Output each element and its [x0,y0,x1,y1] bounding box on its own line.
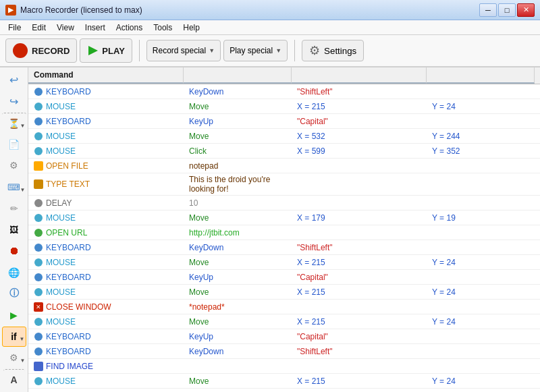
play-special-chevron: ▼ [275,47,281,54]
play-special-label: Play special [230,46,273,55]
table-row[interactable]: MOUSE Move X = 215 Y = 24 [28,285,540,300]
sidebar: ↩ ↪ ⏳▼ 📄 ⚙ ⌨▼ ✏ 🖼 ⏺ 🌐 ⓘ ▶ if▼ ⚙▼ A [0,67,28,392]
table-row[interactable]: DELAY 10 [28,196,540,211]
sidebar-item-record[interactable]: ⏺ [3,241,25,261]
main-area: ↩ ↪ ⏳▼ 📄 ⚙ ⌨▼ ✏ 🖼 ⏺ 🌐 ⓘ ▶ if▼ ⚙▼ A Comma… [0,67,540,392]
menu-tools[interactable]: Tools [148,20,178,35]
settings-label: Settings [324,46,356,56]
sidebar-item-gear[interactable]: ⚙ [3,156,25,176]
sidebar-item-undo[interactable]: ↩ [3,70,25,90]
minimize-button[interactable]: ─ [479,3,497,17]
command-table[interactable]: Command KEYBOARD KeyDown "ShiftLeft" MOU… [28,67,540,392]
table-row[interactable]: MOUSE Move X = 215 Y = 24 [28,255,540,270]
play-special-button[interactable]: Play special ▼ [223,40,288,61]
menu-actions[interactable]: Actions [111,20,148,35]
window-title: Macro Recorder (licensed to max) [20,5,142,15]
header-action [184,67,292,84]
sidebar-item-redo[interactable]: ↪ [3,92,25,112]
table-row[interactable]: KEYBOARD KeyUp "Capital" [28,329,540,344]
table-row[interactable]: MOUSE Click X = 599 Y = 352 [28,144,540,159]
menu-help[interactable]: Help [178,20,205,35]
record-special-button[interactable]: Record special ▼ [146,40,221,61]
table-row[interactable]: KEYBOARD KeyUp "Capital" [28,114,540,129]
play-icon [88,46,98,55]
sidebar-item-actions[interactable]: ⚙▼ [2,348,26,368]
table-row[interactable]: ✕CLOSE WINDOW *notepad* [28,300,540,314]
menu-bar: File Edit View Insert Actions Tools Help [0,20,540,35]
record-button[interactable]: RECORD [5,38,77,63]
table-row[interactable]: MOUSE Move X = 215 Y = 24 [28,314,540,329]
toolbar-separator-2 [294,40,295,61]
sidebar-item-play[interactable]: ▶ [3,305,25,325]
menu-insert[interactable]: Insert [80,20,111,35]
play-button[interactable]: PLAY [80,38,132,63]
sidebar-item-text[interactable]: A [3,369,25,389]
record-special-label: Record special [153,46,206,55]
settings-icon: ⚙ [309,43,320,58]
table-row[interactable]: TYPE TEXT This is the droid you're looki… [28,173,540,196]
table-row[interactable]: KEYBOARD KeyUp "Capital" [28,270,540,285]
table-row[interactable]: KEYBOARD KeyUp "Capital" [28,389,540,392]
table-row[interactable]: OPEN FILE notepad [28,159,540,173]
table-row[interactable]: FIND IMAGE [28,359,540,374]
toolbar-separator-1 [139,40,140,61]
table-header: Command [28,67,540,84]
window-controls: ─ □ ✕ [479,3,535,17]
table-row[interactable]: MOUSE Move X = 179 Y = 19 [28,211,540,225]
sidebar-item-document[interactable]: 📄 [3,134,25,155]
header-command: Command [28,67,184,84]
sidebar-item-keyboard[interactable]: ⌨▼ [2,177,26,197]
table-row[interactable]: KEYBOARD KeyDown "ShiftLeft" [28,344,540,359]
table-row[interactable]: KEYBOARD KeyDown "ShiftLeft" [28,240,540,255]
close-button[interactable]: ✕ [517,3,535,17]
menu-file[interactable]: File [3,20,26,35]
play-label: PLAY [102,46,124,56]
record-icon [13,43,28,58]
header-param2 [427,67,535,84]
table-row[interactable]: MOUSE Move X = 215 Y = 24 [28,99,540,114]
sidebar-item-globe[interactable]: 🌐 [3,262,25,283]
sidebar-item-delay[interactable]: ⏳▼ [2,113,26,133]
table-row[interactable]: OPEN URL http://jtbit.com [28,225,540,240]
record-special-chevron: ▼ [209,47,215,54]
menu-edit[interactable]: Edit [26,20,51,35]
record-label: RECORD [32,46,70,56]
sidebar-item-image[interactable]: 🖼 [3,220,25,240]
table-row[interactable]: MOUSE Move X = 532 Y = 244 [28,129,540,144]
sidebar-item-font[interactable]: if▼ [2,327,26,347]
toolbar: RECORD PLAY Record special ▼ Play specia… [0,35,540,67]
title-bar: ▶ Macro Recorder (licensed to max) ─ □ ✕ [0,0,540,20]
sidebar-item-pencil[interactable]: ✏ [3,198,25,219]
settings-button[interactable]: ⚙ Settings [302,40,364,61]
maximize-button[interactable]: □ [498,3,516,17]
table-row[interactable]: KEYBOARD KeyDown "ShiftLeft" [28,84,540,99]
app-icon: ▶ [5,5,16,16]
menu-view[interactable]: View [51,20,80,35]
table-row[interactable]: MOUSE Move X = 215 Y = 24 [28,374,540,389]
header-param1 [292,67,427,84]
sidebar-item-info[interactable]: ⓘ [3,284,25,304]
